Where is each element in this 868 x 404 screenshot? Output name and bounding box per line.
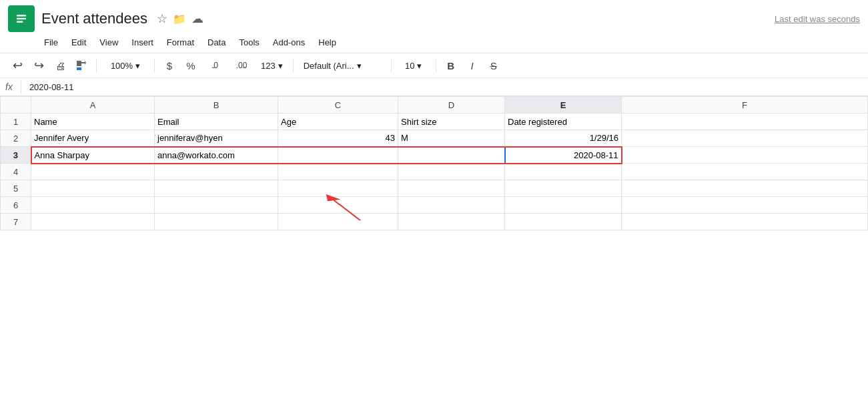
col-header-a[interactable]: A bbox=[31, 97, 155, 114]
decimal-increase-button[interactable]: .00 → bbox=[230, 56, 254, 75]
undo-button[interactable]: ↩ bbox=[8, 56, 27, 75]
cell-c1[interactable]: Age bbox=[278, 114, 398, 130]
menu-format[interactable]: Format bbox=[161, 35, 199, 50]
cell-b1[interactable]: Email bbox=[155, 114, 278, 130]
cell-a2[interactable]: Jennifer Avery bbox=[31, 130, 155, 147]
decimal-decrease-button[interactable]: .0 ← bbox=[203, 56, 227, 75]
print-button[interactable]: 🖨 bbox=[51, 56, 69, 75]
cell-e6[interactable] bbox=[505, 197, 622, 214]
cell-c5[interactable] bbox=[278, 180, 398, 197]
svg-rect-1 bbox=[17, 15, 26, 16]
cell-d2[interactable]: M bbox=[398, 130, 505, 147]
cell-d5[interactable] bbox=[398, 180, 505, 197]
more-formats-dropdown[interactable]: 123 ▾ bbox=[256, 59, 288, 73]
svg-rect-4 bbox=[77, 61, 81, 66]
menu-data[interactable]: Data bbox=[202, 35, 231, 50]
cell-a6[interactable] bbox=[31, 197, 155, 214]
menu-tools[interactable]: Tools bbox=[234, 35, 264, 50]
svg-rect-5 bbox=[77, 67, 81, 70]
cell-b4[interactable] bbox=[155, 164, 278, 180]
menu-addons[interactable]: Add-ons bbox=[268, 35, 310, 50]
row-num-5: 5 bbox=[1, 180, 31, 197]
menu-file[interactable]: File bbox=[39, 35, 63, 50]
row-num-3: 3 bbox=[1, 147, 31, 164]
font-family-dropdown[interactable]: Default (Ari... ▾ bbox=[299, 59, 386, 73]
redo-button[interactable]: ↪ bbox=[29, 56, 48, 75]
col-header-c[interactable]: C bbox=[278, 97, 398, 114]
cell-e2[interactable]: 1/29/16 bbox=[505, 130, 622, 147]
last-edit-text[interactable]: Last edit was seconds bbox=[775, 14, 860, 24]
cell-c2[interactable]: 43 bbox=[278, 130, 398, 147]
toolbar-divider-5 bbox=[436, 59, 436, 72]
svg-rect-3 bbox=[17, 21, 23, 23]
cell-e1[interactable]: Date registered bbox=[505, 114, 622, 130]
col-header-d[interactable]: D bbox=[398, 97, 505, 114]
more-formats-chevron-icon: ▾ bbox=[278, 61, 283, 71]
bold-button[interactable]: B bbox=[442, 56, 460, 75]
paint-format-button[interactable] bbox=[72, 56, 91, 75]
toolbar-divider-2 bbox=[154, 59, 155, 72]
move-to-folder-icon[interactable]: 📁 bbox=[173, 13, 186, 25]
cell-e7[interactable] bbox=[505, 214, 622, 230]
col-header-f[interactable]: F bbox=[622, 97, 868, 114]
app-logo bbox=[8, 5, 35, 32]
font-size-dropdown[interactable]: 10 ▾ bbox=[397, 59, 430, 73]
cell-a3[interactable]: Anna Sharpay bbox=[31, 147, 155, 164]
cell-c4[interactable] bbox=[278, 164, 398, 180]
table-row: 1 Name Email Age Shirt size Date registe… bbox=[1, 114, 868, 130]
col-header-e[interactable]: E bbox=[505, 97, 622, 114]
strikethrough-button[interactable]: S bbox=[484, 56, 503, 75]
cell-f3[interactable] bbox=[622, 147, 868, 164]
cell-a4[interactable] bbox=[31, 164, 155, 180]
cell-e4[interactable] bbox=[505, 164, 622, 180]
cell-b7[interactable] bbox=[155, 214, 278, 230]
cell-f1[interactable] bbox=[622, 114, 868, 130]
cell-c7[interactable] bbox=[278, 214, 398, 230]
row-num-6: 6 bbox=[1, 197, 31, 214]
cell-c6[interactable] bbox=[278, 197, 398, 214]
row-num-2: 2 bbox=[1, 130, 31, 147]
cloud-saved-icon[interactable]: ☁ bbox=[191, 11, 203, 26]
star-icon[interactable]: ☆ bbox=[157, 11, 167, 26]
cell-e3[interactable]: 2020-08-11 bbox=[505, 147, 622, 164]
cell-d4[interactable] bbox=[398, 164, 505, 180]
toolbar: ↩ ↪ 🖨 100% ▾ $ % .0 ← .00 → 123 ▾ Defaul… bbox=[0, 53, 868, 78]
cell-d3[interactable] bbox=[398, 147, 505, 164]
cell-f6[interactable] bbox=[622, 197, 868, 214]
cell-d7[interactable] bbox=[398, 214, 505, 230]
italic-button[interactable]: I bbox=[463, 56, 482, 75]
menu-bar: File Edit View Insert Format Data Tools … bbox=[0, 35, 868, 53]
col-header-b[interactable]: B bbox=[155, 97, 278, 114]
corner-cell bbox=[1, 97, 31, 114]
fx-label: fx bbox=[5, 81, 13, 92]
cell-a5[interactable] bbox=[31, 180, 155, 197]
formula-input[interactable]: 2020-08-11 bbox=[27, 81, 863, 93]
cell-b5[interactable] bbox=[155, 180, 278, 197]
cell-d1[interactable]: Shirt size bbox=[398, 114, 505, 130]
currency-button[interactable]: $ bbox=[160, 56, 179, 75]
cell-b3[interactable]: anna@workato.com bbox=[155, 147, 278, 164]
cell-b6[interactable] bbox=[155, 197, 278, 214]
spreadsheet-wrapper: A B C D E F 1 Name Email Age Shirt size … bbox=[0, 96, 868, 230]
cell-f2[interactable] bbox=[622, 130, 868, 147]
table-row: 7 bbox=[1, 214, 868, 230]
cell-f5[interactable] bbox=[622, 180, 868, 197]
more-formats-label: 123 bbox=[261, 61, 276, 71]
cell-b2[interactable]: jenniferav@hyen bbox=[155, 130, 278, 147]
menu-help[interactable]: Help bbox=[313, 35, 342, 50]
percent-button[interactable]: % bbox=[181, 56, 200, 75]
menu-view[interactable]: View bbox=[94, 35, 123, 50]
cell-c3[interactable] bbox=[278, 147, 398, 164]
cell-f4[interactable] bbox=[622, 164, 868, 180]
row-num-1: 1 bbox=[1, 114, 31, 130]
zoom-dropdown[interactable]: 100% ▾ bbox=[102, 59, 149, 73]
menu-edit[interactable]: Edit bbox=[66, 35, 91, 50]
cell-a1[interactable]: Name bbox=[31, 114, 155, 130]
cell-f7[interactable] bbox=[622, 214, 868, 230]
column-headers-row: A B C D E F bbox=[1, 97, 868, 114]
row-num-7: 7 bbox=[1, 214, 31, 230]
cell-e5[interactable] bbox=[505, 180, 622, 197]
cell-d6[interactable] bbox=[398, 197, 505, 214]
cell-a7[interactable] bbox=[31, 214, 155, 230]
menu-insert[interactable]: Insert bbox=[126, 35, 159, 50]
